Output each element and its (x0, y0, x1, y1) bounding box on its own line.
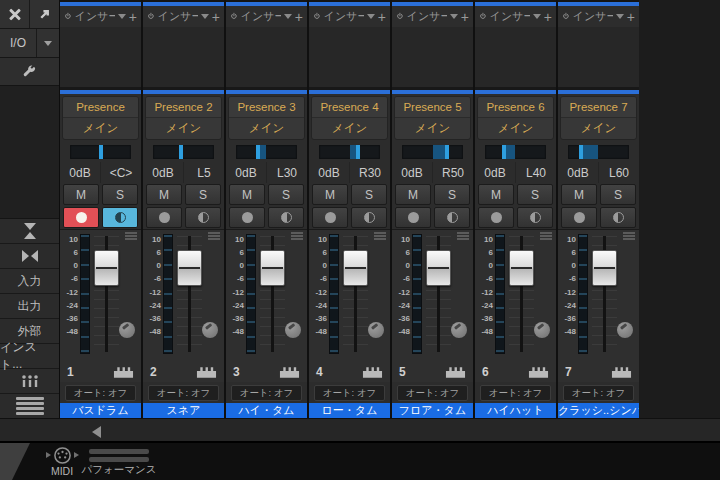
keyboard-icon[interactable] (196, 366, 217, 379)
pan-slider[interactable] (485, 145, 546, 159)
volume-value[interactable]: 0dB (309, 162, 349, 183)
channel-name[interactable]: ロー・タム (309, 403, 390, 418)
record-arm-button[interactable] (478, 207, 514, 228)
pan-slider[interactable] (402, 145, 463, 159)
fader-handle[interactable] (592, 250, 617, 286)
instrument-button[interactable]: Presence 7 (561, 97, 636, 118)
instrument-button[interactable]: Presence 3 (229, 97, 304, 118)
channel-name[interactable]: ハイ・タム (226, 403, 307, 418)
record-arm-button[interactable] (561, 207, 597, 228)
close-button[interactable] (0, 0, 30, 28)
automation-mode-button[interactable]: オート: オフ (231, 385, 302, 401)
fader-handle[interactable] (177, 250, 202, 286)
automation-mode-button[interactable]: オート: オフ (480, 385, 551, 401)
meter-options-icon[interactable] (125, 232, 137, 240)
pan-value[interactable]: <C> (100, 162, 141, 183)
fader-handle[interactable] (426, 250, 451, 286)
volume-value[interactable]: 0dB (226, 162, 266, 183)
automation-mode-button[interactable]: オート: オフ (65, 385, 136, 401)
io-dropdown[interactable] (37, 29, 59, 57)
add-insert-button[interactable]: + (378, 10, 386, 24)
instrument-button[interactable]: Presence 6 (478, 97, 553, 118)
output-select[interactable]: メイン (561, 118, 636, 139)
volume-value[interactable]: 0dB (60, 162, 100, 183)
pan-slider[interactable] (70, 145, 131, 159)
record-arm-button[interactable] (229, 207, 265, 228)
fader-handle[interactable] (509, 250, 534, 286)
collapse-horizontal-button[interactable] (0, 244, 59, 269)
record-arm-button[interactable] (312, 207, 348, 228)
automation-mode-button[interactable]: オート: オフ (563, 385, 634, 401)
output-select[interactable]: メイン (146, 118, 221, 139)
solo-button[interactable]: S (351, 184, 387, 205)
solo-button[interactable]: S (102, 184, 138, 205)
collapse-vertical-button[interactable] (0, 219, 59, 244)
solo-button[interactable]: S (434, 184, 470, 205)
pan-value[interactable]: R30 (349, 162, 390, 183)
keyboard-icon[interactable] (279, 366, 300, 379)
setup-button[interactable] (0, 58, 59, 86)
power-icon[interactable] (230, 11, 238, 22)
pan-value[interactable]: L30 (266, 162, 307, 183)
monitor-button[interactable] (102, 207, 138, 228)
add-insert-button[interactable]: + (461, 10, 469, 24)
chevron-down-icon[interactable] (450, 14, 458, 19)
monitor-button[interactable] (268, 207, 304, 228)
monitor-button[interactable] (434, 207, 470, 228)
add-insert-button[interactable]: + (212, 10, 220, 24)
solo-button[interactable]: S (185, 184, 221, 205)
monitor-button[interactable] (600, 207, 636, 228)
pan-slider[interactable] (153, 145, 214, 159)
keyboard-icon[interactable] (113, 366, 134, 379)
solo-button[interactable]: S (268, 184, 304, 205)
record-arm-button[interactable] (63, 207, 99, 228)
sidebar-item-instruments[interactable]: インスト... (0, 344, 59, 369)
chevron-down-icon[interactable] (118, 14, 126, 19)
chevron-down-icon[interactable] (284, 14, 292, 19)
instrument-button[interactable]: Presence (63, 97, 138, 118)
mute-button[interactable]: M (229, 184, 265, 205)
sidebar-item-inputs[interactable]: 入力 (0, 269, 59, 294)
volume-value[interactable]: 0dB (475, 162, 515, 183)
record-arm-button[interactable] (146, 207, 182, 228)
detach-button[interactable] (30, 0, 59, 28)
channel-name[interactable]: ハイハット (475, 403, 556, 418)
gain-knob[interactable] (617, 322, 633, 338)
mute-button[interactable]: M (146, 184, 182, 205)
gain-knob[interactable] (202, 322, 218, 338)
mute-button[interactable]: M (312, 184, 348, 205)
mute-button[interactable]: M (63, 184, 99, 205)
output-select[interactable]: メイン (478, 118, 553, 139)
pan-value[interactable]: L5 (183, 162, 224, 183)
automation-mode-button[interactable]: オート: オフ (148, 385, 219, 401)
add-insert-button[interactable]: + (129, 10, 137, 24)
pan-slider[interactable] (236, 145, 297, 159)
add-insert-button[interactable]: + (627, 10, 635, 24)
meter-options-icon[interactable] (623, 232, 635, 240)
instrument-button[interactable]: Presence 5 (395, 97, 470, 118)
power-icon[interactable] (64, 11, 72, 22)
gain-knob[interactable] (451, 322, 467, 338)
monitor-button[interactable] (351, 207, 387, 228)
volume-value[interactable]: 0dB (392, 162, 432, 183)
channel-name[interactable]: クラッシ..シンバル (558, 403, 639, 418)
gain-knob[interactable] (285, 322, 301, 338)
channel-name[interactable]: フロア・タム (392, 403, 473, 418)
sidebar-item-outputs[interactable]: 出力 (0, 294, 59, 319)
output-select[interactable]: メイン (229, 118, 304, 139)
instrument-button[interactable]: Presence 2 (146, 97, 221, 118)
add-insert-button[interactable]: + (295, 10, 303, 24)
automation-mode-button[interactable]: オート: オフ (314, 385, 385, 401)
performance-meter[interactable]: パフォーマンス (88, 447, 150, 477)
io-button[interactable]: I/O (0, 29, 37, 57)
power-icon[interactable] (313, 11, 321, 22)
power-icon[interactable] (147, 11, 155, 22)
gain-knob[interactable] (534, 322, 550, 338)
monitor-button[interactable] (185, 207, 221, 228)
output-select[interactable]: メイン (63, 118, 138, 139)
solo-button[interactable]: S (600, 184, 636, 205)
record-arm-button[interactable] (395, 207, 431, 228)
output-select[interactable]: メイン (312, 118, 387, 139)
mute-button[interactable]: M (478, 184, 514, 205)
mixer-scroll-strip[interactable] (0, 418, 720, 443)
